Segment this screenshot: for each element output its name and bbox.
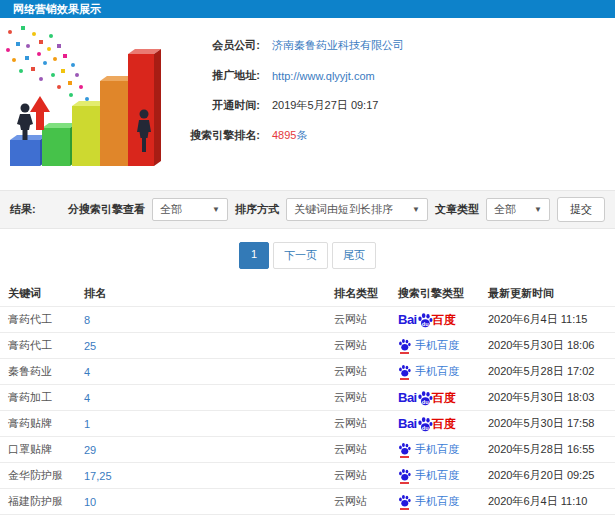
updated-cell: 2020年6月4日 11:10: [488, 494, 615, 509]
company-info-panel: 会员公司: 济南秦鲁药业科技有限公司 推广地址: http://www.qlyy…: [182, 18, 615, 188]
keyword-cell: 膏药代工: [0, 312, 84, 327]
updated-cell: 2020年5月30日 18:06: [488, 338, 615, 353]
chevron-down-icon: ▼: [528, 205, 542, 214]
keyword-cell: 膏药加工: [0, 390, 84, 405]
mobile-baidu-label: 手机百度: [415, 468, 459, 483]
summary-section: 会员公司: 济南秦鲁药业科技有限公司 推广地址: http://www.qlyy…: [0, 18, 615, 188]
engine-rank-row: 搜索引擎排名: 4895条: [182, 128, 615, 143]
baidu-paw-icon: du: [417, 312, 433, 328]
table-row: 膏药加工 4 云网站 Baidu百度 2020年5月30日 18:03: [0, 384, 615, 410]
updated-cell: 2020年5月30日 17:58: [488, 416, 615, 431]
engine-cell: 手机百度: [398, 442, 488, 458]
url-row: 推广地址: http://www.qlyyjt.com: [182, 68, 615, 83]
rank-type-cell: 云网站: [334, 312, 398, 327]
sort-select-value: 关键词由短到长排序: [294, 202, 393, 217]
businessman-left: [17, 104, 33, 141]
keyword-cell: 膏药代工: [0, 338, 84, 353]
mobile-baidu-icon: [398, 494, 411, 510]
chevron-down-icon: ▼: [406, 205, 420, 214]
article-type-value: 全部: [494, 202, 516, 217]
engine-cell: 手机百度: [398, 364, 488, 380]
pagination: 1 下一页 尾页: [0, 242, 615, 269]
rank-link[interactable]: 10: [84, 496, 96, 508]
engine-rank-label: 搜索引擎排名:: [182, 128, 260, 143]
keyword-cell: 膏药贴牌: [0, 416, 84, 431]
baidu-icon-underline: [400, 508, 409, 510]
bars: [10, 49, 161, 166]
page-title: 网络营销效果展示: [13, 3, 101, 15]
table-row: 膏药贴牌 1 云网站 Baidu百度 2020年5月30日 17:58: [0, 410, 615, 436]
company-label: 会员公司:: [182, 38, 260, 53]
engine-cell: 手机百度: [398, 494, 488, 510]
baidu-paw-icon: [398, 442, 411, 455]
table-header-row: 关键词 排名 排名类型 搜索引擎类型 最新更新时间: [0, 280, 615, 306]
table-row: 膏药代工 8 云网站 Baidu百度 2020年6月4日 11:15: [0, 306, 615, 332]
baidu-paw-icon: [398, 338, 411, 351]
mobile-baidu-label: 手机百度: [415, 442, 459, 457]
company-link[interactable]: 济南秦鲁药业科技有限公司: [272, 38, 404, 53]
engine-select[interactable]: 全部 ▼: [152, 198, 228, 221]
next-page-button[interactable]: 下一页: [273, 242, 328, 269]
rank-type-cell: 云网站: [334, 390, 398, 405]
updated-cell: 2020年6月20日 09:25: [488, 468, 615, 483]
rank-link[interactable]: 17,25: [84, 470, 112, 482]
rank-link[interactable]: 1: [84, 418, 90, 430]
article-type-select[interactable]: 全部 ▼: [486, 198, 550, 221]
rank-type-cell: 云网站: [334, 416, 398, 431]
rank-link[interactable]: 4: [84, 366, 90, 378]
rank-link[interactable]: 29: [84, 444, 96, 456]
rank-link[interactable]: 4: [84, 392, 90, 404]
mobile-baidu-icon: [398, 468, 411, 484]
page-button-current[interactable]: 1: [239, 242, 269, 269]
mobile-baidu-badge[interactable]: 手机百度: [398, 494, 459, 510]
baidu-icon-underline: [400, 352, 409, 354]
rank-type-cell: 云网站: [334, 364, 398, 379]
rank-link[interactable]: 8: [84, 314, 90, 326]
confetti-dots: [6, 26, 89, 101]
svg-text:du: du: [422, 398, 429, 404]
header-engine-type: 搜索引擎类型: [398, 286, 488, 301]
updated-cell: 2020年5月30日 18:03: [488, 390, 615, 405]
mobile-baidu-badge[interactable]: 手机百度: [398, 364, 459, 380]
table-row: 膏药代工 25 云网站 手机百度 2020年5月30日 18:06: [0, 332, 615, 358]
keyword-cell: 福建防护服: [0, 494, 84, 509]
baidu-paw-icon: [398, 364, 411, 377]
table-row: 福建防护服 10 云网站 手机百度 2020年6月4日 11:10: [0, 488, 615, 514]
baidu-paw-icon: du: [417, 416, 433, 432]
mobile-baidu-icon: [398, 364, 411, 380]
rank-unit: 条: [296, 129, 307, 141]
keyword-cell: 口罩贴牌: [0, 442, 84, 457]
submit-button[interactable]: 提交: [557, 197, 605, 222]
engine-filter-label: 分搜索引擎查看: [68, 202, 145, 217]
mobile-baidu-badge[interactable]: 手机百度: [398, 338, 459, 354]
table-row: 金华防护服 17,25 云网站 手机百度 2020年6月20日 09:25: [0, 462, 615, 488]
promo-url-link[interactable]: http://www.qlyyjt.com: [272, 70, 375, 82]
filter-bar: 结果: 分搜索引擎查看 全部 ▼ 排序方式 关键词由短到长排序 ▼ 文章类型 全…: [0, 190, 615, 229]
opened-row: 开通时间: 2019年5月27日 09:17: [182, 98, 615, 113]
baidu-paw-icon: [398, 468, 411, 481]
opened-value: 2019年5月27日 09:17: [272, 98, 378, 113]
filter-controls: 分搜索引擎查看 全部 ▼ 排序方式 关键词由短到长排序 ▼ 文章类型 全部 ▼ …: [68, 197, 605, 222]
rank-type-cell: 云网站: [334, 494, 398, 509]
engine-cell: 手机百度: [398, 338, 488, 354]
rank-type-cell: 云网站: [334, 442, 398, 457]
company-row: 会员公司: 济南秦鲁药业科技有限公司: [182, 38, 615, 53]
mobile-baidu-icon: [398, 442, 411, 458]
mobile-baidu-badge[interactable]: 手机百度: [398, 442, 459, 458]
rank-link[interactable]: 25: [84, 340, 96, 352]
baidu-icon-underline: [400, 456, 409, 458]
last-page-button[interactable]: 尾页: [332, 242, 376, 269]
svg-text:du: du: [422, 320, 429, 326]
mobile-baidu-label: 手机百度: [415, 338, 459, 353]
rank-count: 4895: [272, 129, 296, 141]
header-rank: 排名: [84, 286, 334, 301]
chevron-down-icon: ▼: [206, 205, 220, 214]
result-label: 结果:: [10, 202, 36, 217]
engine-cell: 手机百度: [398, 468, 488, 484]
opened-label: 开通时间:: [182, 98, 260, 113]
mobile-baidu-badge[interactable]: 手机百度: [398, 468, 459, 484]
rank-type-cell: 云网站: [334, 338, 398, 353]
sort-select[interactable]: 关键词由短到长排序 ▼: [286, 198, 428, 221]
engine-rank-value: 4895条: [272, 128, 307, 143]
table-row: 秦鲁药业 4 云网站 手机百度 2020年5月28日 17:02: [0, 358, 615, 384]
